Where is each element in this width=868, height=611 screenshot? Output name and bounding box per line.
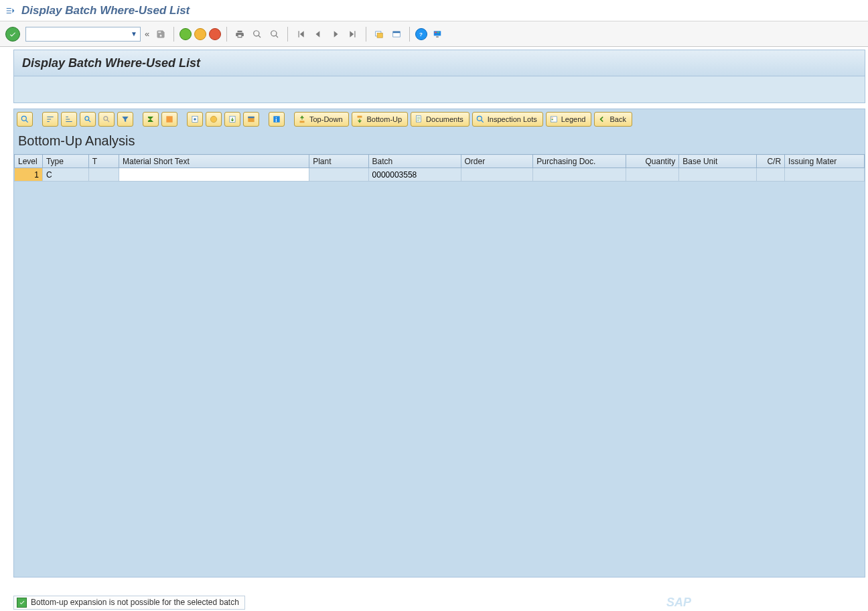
layout-icon[interactable] [389, 27, 404, 42]
save-icon[interactable] [153, 27, 168, 42]
print-icon[interactable] [232, 27, 247, 42]
bottom-up-button[interactable]: Bottom-Up [352, 112, 409, 127]
find-next-icon[interactable] [267, 27, 282, 42]
information-icon[interactable]: i [269, 112, 285, 127]
svg-rect-7 [437, 31, 439, 33]
top-down-label: Top-Down [309, 115, 343, 123]
total-icon[interactable] [143, 112, 159, 127]
choose-layout-icon[interactable] [243, 112, 259, 127]
last-page-icon[interactable] [346, 27, 360, 42]
result-table: Level Type T Material Short Text Plant B… [14, 154, 865, 182]
help-icon[interactable]: ? [415, 28, 427, 40]
svg-text:i: i [275, 117, 277, 123]
svg-rect-5 [434, 31, 441, 36]
separator [226, 27, 227, 42]
subtotal-icon[interactable] [161, 112, 177, 127]
collapse-icon[interactable]: « [143, 29, 151, 39]
sort-desc-icon[interactable] [61, 112, 77, 127]
col-plant[interactable]: Plant [309, 155, 368, 168]
col-material-text[interactable]: Material Short Text [119, 155, 309, 168]
command-input[interactable]: ▼ [25, 27, 141, 42]
svg-rect-3 [393, 31, 401, 32]
inspection-lots-button[interactable]: Inspection Lots [472, 112, 543, 127]
svg-point-11 [104, 117, 108, 121]
svg-rect-1 [377, 33, 382, 38]
cell-order [461, 168, 533, 182]
cell-plant [309, 168, 368, 182]
table-row[interactable]: 1 C 0000003558 [15, 168, 865, 182]
col-order[interactable]: Order [461, 155, 533, 168]
separator [287, 27, 288, 42]
inspection-lots-label: Inspection Lots [488, 115, 537, 123]
col-purchasing-doc[interactable]: Purchasing Doc. [533, 155, 626, 168]
menu-icon[interactable] [4, 5, 16, 17]
details-icon[interactable] [17, 112, 33, 127]
back-button[interactable]: Back [594, 112, 632, 127]
page-title: Display Batch Where-Used List [22, 56, 200, 70]
filter-icon[interactable] [117, 112, 133, 127]
enter-icon[interactable] [5, 27, 20, 42]
system-toolbar: ▼ « ? [0, 21, 868, 47]
page-header: Display Batch Where-Used List [13, 50, 865, 76]
svg-point-24 [477, 116, 482, 121]
cell-purchasing-doc [533, 168, 626, 182]
dropdown-arrow-icon[interactable]: ▼ [131, 30, 137, 38]
status-message-box[interactable]: Bottom-up expansion is not possible for … [13, 596, 245, 610]
new-session-icon[interactable] [372, 27, 386, 42]
window-title: Display Batch Where-Used List [21, 4, 190, 17]
cell-base-unit [679, 168, 757, 182]
svg-rect-27 [551, 119, 553, 120]
page-subheader [13, 76, 865, 103]
legend-label: Legend [561, 115, 586, 123]
back-icon[interactable] [179, 28, 192, 40]
find-in-list-icon[interactable] [80, 112, 96, 127]
print-preview-icon[interactable] [187, 112, 203, 127]
col-t[interactable]: T [88, 155, 119, 168]
svg-rect-8 [436, 36, 439, 37]
svg-rect-6 [435, 31, 437, 33]
exit-icon[interactable] [194, 28, 206, 40]
status-bar: Bottom-up expansion is not possible for … [13, 594, 865, 611]
cancel-icon[interactable] [209, 28, 221, 40]
legend-button[interactable]: Legend [546, 112, 592, 127]
svg-point-15 [210, 116, 216, 122]
export-icon[interactable] [224, 112, 240, 127]
svg-point-9 [21, 116, 26, 121]
sort-asc-icon[interactable] [42, 112, 58, 127]
status-message: Bottom-up expansion is not possible for … [31, 598, 239, 607]
customize-layout-icon[interactable] [430, 27, 445, 42]
col-issuing-material[interactable]: Issuing Mater [785, 155, 865, 168]
svg-rect-18 [248, 117, 254, 118]
col-type[interactable]: Type [42, 155, 88, 168]
documents-label: Documents [426, 115, 463, 123]
app-area: i Top-Down Bottom-Up Documents Inspectio… [13, 109, 865, 578]
col-quantity[interactable]: Quantity [626, 155, 679, 168]
svg-rect-26 [551, 118, 553, 119]
col-batch[interactable]: Batch [368, 155, 461, 168]
find-icon[interactable] [250, 27, 265, 42]
sap-logo: SAP [666, 596, 691, 610]
separator [409, 27, 410, 42]
col-cr[interactable]: C/R [757, 155, 785, 168]
cell-issuing-material [785, 168, 865, 182]
cell-quantity [626, 168, 679, 182]
cell-t [88, 168, 119, 182]
first-page-icon[interactable] [293, 27, 308, 42]
svg-point-10 [85, 117, 89, 121]
separator [366, 27, 366, 42]
bottom-up-label: Bottom-Up [367, 115, 403, 123]
analysis-title: Bottom-Up Analysis [14, 129, 865, 154]
find-next-in-list-icon[interactable] [98, 112, 115, 127]
col-level[interactable]: Level [15, 155, 43, 168]
svg-rect-21 [300, 121, 305, 123]
documents-button[interactable]: Documents [411, 112, 469, 127]
prev-page-icon[interactable] [311, 27, 326, 42]
next-page-icon[interactable] [328, 27, 343, 42]
views-icon[interactable] [206, 112, 222, 127]
svg-rect-12 [166, 116, 172, 122]
window-titlebar: Display Batch Where-Used List [0, 0, 868, 21]
separator [173, 27, 174, 42]
cell-type: C [42, 168, 88, 182]
top-down-button[interactable]: Top-Down [294, 112, 349, 127]
col-base-unit[interactable]: Base Unit [679, 155, 757, 168]
